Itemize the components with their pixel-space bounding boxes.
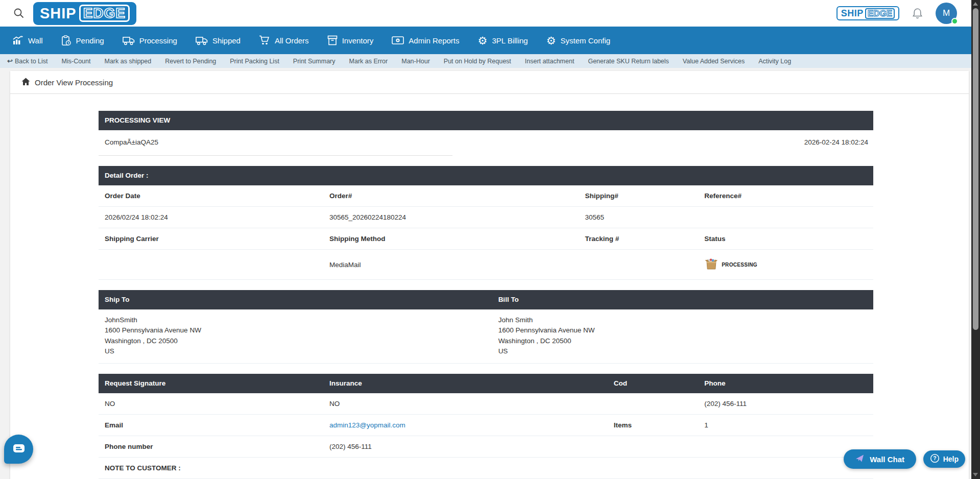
nav-item-label: Wall bbox=[28, 36, 43, 45]
scroll-up-arrow[interactable] bbox=[973, 2, 978, 6]
toolbar-item-mark-as-shipped[interactable]: Mark as shipped bbox=[105, 58, 152, 65]
top-header: SHIP EDGE SHIP EDGE M bbox=[0, 0, 980, 27]
logo-small-edge-box: EDGE bbox=[865, 8, 895, 19]
toolbar-item-label: Value Added Services bbox=[683, 58, 745, 65]
chat-fab-button[interactable] bbox=[4, 435, 33, 464]
chat-bubble-icon bbox=[12, 443, 26, 456]
nav-item-inventory[interactable]: Inventory bbox=[327, 35, 374, 45]
question-circle-icon: ? bbox=[930, 453, 940, 465]
nav-item-label: Inventory bbox=[342, 36, 374, 45]
toolbar-item-label: Insert attachment bbox=[525, 58, 575, 65]
toolbar-item-label: Generate SKU Return labels bbox=[588, 58, 668, 65]
monitor-icon bbox=[392, 36, 404, 45]
nav-item-3pl-billing[interactable]: ⚙ 3PL Billing bbox=[478, 35, 528, 46]
insurance-value: NO bbox=[323, 400, 608, 408]
detail-header-row-2: Shipping Carrier Shipping Method Trackin… bbox=[99, 228, 873, 250]
status-cell: PROCESSING bbox=[698, 257, 873, 272]
shipedge-logo[interactable]: SHIP EDGE bbox=[33, 2, 136, 25]
notifications-bell-icon[interactable] bbox=[912, 8, 923, 19]
back-arrow-icon: ↩ bbox=[7, 57, 13, 65]
toolbar-item-generate-sku-return-labels[interactable]: Generate SKU Return labels bbox=[588, 58, 668, 65]
search-icon[interactable] bbox=[13, 7, 25, 19]
toolbar-item-mark-as-error[interactable]: Mark as Error bbox=[349, 58, 388, 65]
col-header: Order Date bbox=[99, 192, 323, 200]
logo-small-edge-text: EDGE bbox=[868, 9, 892, 18]
toolbar-item-label: Print Summary bbox=[293, 58, 336, 65]
addresses-header: Ship To Bill To bbox=[99, 290, 873, 309]
logo-edge-box: EDGE bbox=[79, 5, 130, 22]
phone-number-value: (202) 456-111 bbox=[323, 443, 608, 450]
ship-to-street: 1600 Pennsylvania Avenue NW bbox=[105, 325, 492, 336]
toolbar-item-put-on-hold[interactable]: Put on Hold by Request bbox=[444, 58, 511, 65]
nav-item-processing[interactable]: Processing bbox=[123, 36, 177, 45]
nav-item-admin-reports[interactable]: Admin Reports bbox=[392, 36, 459, 45]
shipedge-logo-small[interactable]: SHIP EDGE bbox=[836, 6, 899, 20]
gear-icon: ⚙ bbox=[546, 35, 556, 46]
toolbar-item-man-hour[interactable]: Man-Hour bbox=[401, 58, 430, 65]
request-header-row: Request Signature Insurance Cod Phone bbox=[99, 374, 873, 393]
shipping-number-value: 30565 bbox=[579, 213, 699, 221]
svg-text:?: ? bbox=[933, 456, 936, 461]
email-items-row: Email admin123@yopmail.com Items 1 bbox=[99, 415, 873, 436]
email-link[interactable]: admin123@yopmail.com bbox=[329, 421, 405, 429]
nav-item-label: Admin Reports bbox=[409, 36, 459, 45]
col-header: Insurance bbox=[323, 379, 608, 388]
help-button[interactable]: ? Help bbox=[923, 450, 965, 468]
toolbar-item-value-added-services[interactable]: Value Added Services bbox=[683, 58, 745, 65]
nav-item-label: Shipped bbox=[212, 36, 241, 45]
scrollbar-thumb[interactable] bbox=[973, 8, 978, 330]
online-status-dot bbox=[951, 18, 958, 25]
toolbar-item-revert-to-pending[interactable]: Revert to Pending bbox=[165, 58, 216, 65]
col-header: Phone bbox=[698, 379, 873, 388]
bill-to-address: John Smith 1600 Pennsylvania Avenue NW W… bbox=[492, 315, 873, 356]
col-header: Order# bbox=[323, 192, 579, 200]
user-avatar[interactable]: M bbox=[936, 3, 957, 24]
home-icon[interactable] bbox=[21, 78, 30, 87]
toolbar-item-label: Back to List bbox=[15, 58, 48, 65]
toolbar-item-insert-attachment[interactable]: Insert attachment bbox=[525, 58, 575, 65]
phone-number-row: Phone number (202) 456-111 bbox=[99, 436, 873, 458]
detail-value-row-2: MediaMail PROCESSING bbox=[99, 250, 873, 280]
order-datetime: 2026-02-24 18:02:24 bbox=[452, 130, 873, 156]
toolbar-item-label: Revert to Pending bbox=[165, 58, 216, 65]
nav-item-pending[interactable]: Pending bbox=[61, 35, 104, 46]
clipboard-clock-icon bbox=[61, 35, 71, 46]
toolbar-item-print-summary[interactable]: Print Summary bbox=[293, 58, 336, 65]
header-right-cluster: SHIP EDGE M bbox=[836, 3, 957, 24]
toolbar-item-mis-count[interactable]: Mis-Count bbox=[62, 58, 91, 65]
detail-value-row-1: 2026/02/24 18:02:24 30565_20260224180224… bbox=[99, 207, 873, 228]
toolbar-item-label: Mark as Error bbox=[349, 58, 388, 65]
request-signature-value: NO bbox=[99, 400, 323, 408]
wall-chat-button[interactable]: Wall Chat bbox=[844, 449, 916, 469]
nav-item-all-orders[interactable]: All Orders bbox=[259, 35, 309, 45]
ship-to-header: Ship To bbox=[99, 296, 492, 304]
col-header: Request Signature bbox=[99, 379, 323, 388]
col-header: Reference# bbox=[698, 192, 873, 200]
toolbar-item-activity-log[interactable]: Activity Log bbox=[758, 58, 791, 65]
ship-to-city: Washington , DC 20500 bbox=[105, 336, 492, 346]
toolbar-item-label: Print Packing List bbox=[230, 58, 279, 65]
chart-icon bbox=[13, 36, 23, 45]
nav-item-system-config[interactable]: ⚙ System Config bbox=[546, 35, 610, 46]
items-label: Items bbox=[608, 421, 698, 429]
page-scrollbar[interactable] bbox=[971, 0, 980, 479]
nav-item-wall[interactable]: Wall bbox=[13, 36, 43, 45]
toolbar-item-print-packing-list[interactable]: Print Packing List bbox=[230, 58, 279, 65]
toolbar-item-back-to-list[interactable]: ↩ Back to List bbox=[7, 57, 48, 65]
col-header: Cod bbox=[608, 379, 698, 388]
logo-small-ship-text: SHIP bbox=[841, 8, 864, 19]
phone-number-label: Phone number bbox=[99, 443, 323, 450]
paper-plane-icon bbox=[855, 454, 864, 464]
toolbar-item-label: Mis-Count bbox=[62, 58, 91, 65]
company-row: CompaÃ±iaQA25 2026-02-24 18:02:24 bbox=[99, 130, 873, 156]
bill-to-name: John Smith bbox=[498, 315, 873, 325]
scroll-down-arrow[interactable] bbox=[973, 473, 978, 476]
content-card: Order View Processing PROCESSING VIEW Co… bbox=[10, 71, 969, 479]
bill-to-header: Bill To bbox=[492, 296, 873, 304]
nav-item-label: Processing bbox=[139, 36, 177, 45]
nav-item-label: System Config bbox=[561, 36, 611, 45]
cart-icon bbox=[259, 35, 270, 45]
nav-item-shipped[interactable]: Shipped bbox=[196, 36, 241, 45]
breadcrumb: Order View Processing bbox=[10, 71, 969, 94]
detail-order-header: Detail Order : bbox=[99, 166, 873, 185]
